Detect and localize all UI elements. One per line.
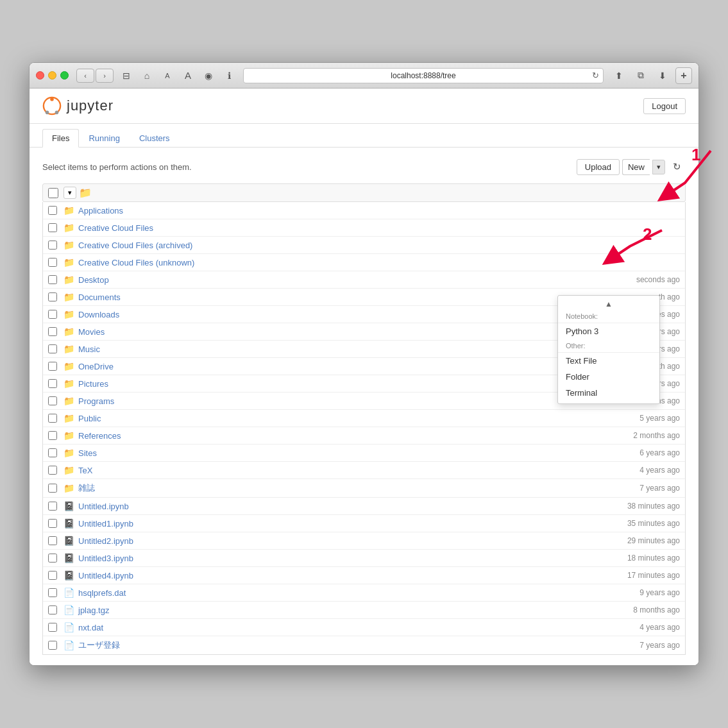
file-name[interactable]: Untitled2.ipynb <box>78 536 627 546</box>
file-name[interactable]: nxt.dat <box>78 623 639 632</box>
sidebar-icon[interactable]: ⊟ <box>119 68 134 83</box>
table-row[interactable]: 📁Applications <box>43 202 685 219</box>
row-checkbox[interactable] <box>48 275 57 284</box>
table-row[interactable]: 📁Creative Cloud Files (archived) <box>43 237 685 254</box>
tab-clusters[interactable]: Clusters <box>130 129 180 148</box>
row-checkbox[interactable] <box>48 344 57 353</box>
file-name[interactable]: Creative Cloud Files (unknown) <box>78 258 680 267</box>
file-name[interactable]: Creative Cloud Files <box>78 223 680 233</box>
download-icon[interactable]: ⬇ <box>654 67 672 85</box>
file-name[interactable]: Pictures <box>78 379 639 389</box>
table-row[interactable]: 📁Public5 years ago <box>43 410 685 427</box>
file-name[interactable]: OneDrive <box>78 362 637 371</box>
row-checkbox[interactable] <box>48 241 57 250</box>
new-button[interactable]: New <box>622 159 650 175</box>
file-name[interactable]: Downloads <box>78 310 632 319</box>
tab-files[interactable]: Files <box>42 129 79 148</box>
terminal-option[interactable]: Terminal <box>558 385 659 401</box>
row-checkbox[interactable] <box>48 554 57 563</box>
font-large-icon[interactable]: A <box>180 68 196 83</box>
text-file-option[interactable]: Text File <box>558 353 659 369</box>
table-row[interactable]: 📓Untitled2.ipynb29 minutes ago <box>43 532 685 550</box>
row-checkbox[interactable] <box>48 536 57 545</box>
table-row[interactable]: 📄ユーザ登録7 years ago <box>43 636 685 654</box>
row-checkbox[interactable] <box>48 310 57 319</box>
refresh-icon[interactable]: ↻ <box>592 71 599 80</box>
file-name[interactable]: ユーザ登録 <box>78 639 639 651</box>
file-name[interactable]: jplag.tgz <box>78 605 633 615</box>
file-name[interactable]: Programs <box>78 396 633 406</box>
file-name[interactable]: Sites <box>78 448 639 458</box>
file-name[interactable]: Public <box>78 414 639 423</box>
table-row[interactable]: 📄nxt.dat4 years ago <box>43 619 685 636</box>
file-name[interactable]: hsqlprefs.dat <box>78 588 639 598</box>
file-name[interactable]: Documents <box>78 292 637 302</box>
table-row[interactable]: 📁TeX4 years ago <box>43 462 685 479</box>
row-checkbox[interactable] <box>48 484 57 493</box>
row-checkbox[interactable] <box>48 448 57 457</box>
address-bar[interactable]: localhost:8888/tree ↻ <box>243 68 604 83</box>
row-checkbox[interactable] <box>48 623 57 632</box>
back-button[interactable]: ‹ <box>76 69 94 83</box>
table-row[interactable]: 📁Creative Cloud Files (unknown) <box>43 254 685 271</box>
font-small-icon[interactable]: A <box>160 68 175 83</box>
row-checkbox[interactable] <box>48 362 57 371</box>
row-checkbox[interactable] <box>48 588 57 597</box>
file-name[interactable]: TeX <box>78 466 639 475</box>
tab-overview-icon[interactable]: ⧉ <box>632 67 650 85</box>
dropdown-scroll-up[interactable]: ▲ <box>558 298 659 310</box>
refresh-button[interactable]: ↻ <box>668 158 686 176</box>
close-button[interactable] <box>36 71 44 80</box>
file-name[interactable]: 雑誌 <box>78 482 639 494</box>
table-row[interactable]: 📓Untitled1.ipynb35 minutes ago <box>43 515 685 532</box>
file-name[interactable]: Applications <box>78 206 680 216</box>
table-row[interactable]: 📁雑誌7 years ago <box>43 479 685 498</box>
row-checkbox[interactable] <box>48 466 57 475</box>
row-checkbox[interactable] <box>48 414 57 423</box>
table-row[interactable]: 📄jplag.tgz8 months ago <box>43 602 685 619</box>
row-checkbox[interactable] <box>48 379 57 388</box>
forward-button[interactable]: › <box>96 69 114 83</box>
info-icon[interactable]: ℹ <box>221 68 237 83</box>
row-checkbox[interactable] <box>48 327 57 336</box>
table-row[interactable]: 📁Sites6 years ago <box>43 444 685 462</box>
reader-icon[interactable]: ◉ <box>201 68 216 83</box>
python3-option[interactable]: Python 3 <box>558 323 659 339</box>
home-icon[interactable]: ⌂ <box>139 68 155 83</box>
table-row[interactable]: 📓Untitled3.ipynb18 minutes ago <box>43 550 685 567</box>
file-name[interactable]: References <box>78 431 633 441</box>
file-name[interactable]: Untitled4.ipynb <box>78 571 627 580</box>
table-row[interactable]: 📓Untitled.ipynb38 minutes ago <box>43 498 685 515</box>
table-row[interactable]: 📓Untitled4.ipynb17 minutes ago <box>43 567 685 584</box>
row-checkbox[interactable] <box>48 519 57 528</box>
folder-option[interactable]: Folder <box>558 369 659 385</box>
file-name[interactable]: Desktop <box>78 275 636 285</box>
new-dropdown-button[interactable]: ▾ <box>652 160 665 174</box>
row-checkbox[interactable] <box>48 396 57 405</box>
file-name[interactable]: Movies <box>78 327 639 337</box>
file-name[interactable]: Untitled1.ipynb <box>78 519 627 529</box>
row-checkbox[interactable] <box>48 502 57 511</box>
file-name[interactable]: Untitled.ipynb <box>78 502 627 511</box>
logout-button[interactable]: Logout <box>643 98 686 114</box>
table-row[interactable]: 📁Creative Cloud Files <box>43 219 685 237</box>
maximize-button[interactable] <box>60 71 69 80</box>
table-row[interactable]: 📁Desktopseconds ago <box>43 271 685 289</box>
new-folder-header-icon[interactable]: 📁 <box>79 187 92 199</box>
file-name[interactable]: Music <box>78 344 639 354</box>
row-checkbox[interactable] <box>48 641 57 650</box>
share-icon[interactable]: ⬆ <box>610 67 628 85</box>
table-row[interactable]: 📁References2 months ago <box>43 427 685 444</box>
file-name[interactable]: Creative Cloud Files (archived) <box>78 241 680 250</box>
row-checkbox[interactable] <box>48 223 57 232</box>
file-name[interactable]: Untitled3.ipynb <box>78 554 627 563</box>
row-checkbox[interactable] <box>48 605 57 614</box>
table-row[interactable]: 📄hsqlprefs.dat9 years ago <box>43 584 685 602</box>
sort-dropdown-button[interactable]: ▾ <box>63 187 76 199</box>
row-checkbox[interactable] <box>48 258 57 267</box>
upload-button[interactable]: Upload <box>577 159 620 175</box>
minimize-button[interactable] <box>48 71 56 80</box>
tab-running[interactable]: Running <box>79 129 129 148</box>
row-checkbox[interactable] <box>48 206 57 215</box>
select-all-checkbox[interactable] <box>48 188 58 198</box>
